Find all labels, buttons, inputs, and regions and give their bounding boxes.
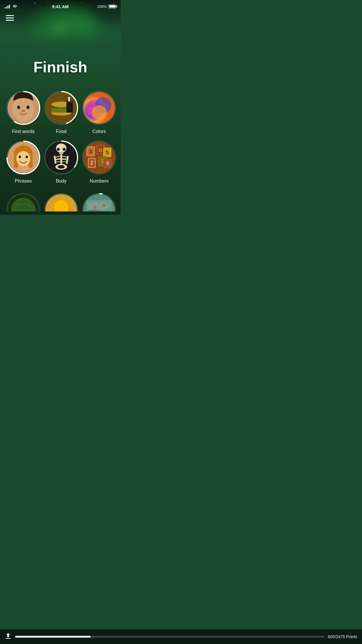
- svg-point-18: [19, 106, 20, 108]
- svg-point-45: [16, 151, 30, 166]
- first-words-circle: [6, 90, 41, 125]
- svg-point-94: [94, 207, 96, 208]
- signal-bar-1: [5, 7, 6, 8]
- colors-image: [83, 92, 115, 124]
- svg-point-15: [12, 97, 34, 122]
- colors-circle: [82, 90, 117, 125]
- svg-point-47: [26, 156, 28, 158]
- signal-strength: [5, 4, 10, 8]
- svg-text:2: 2: [90, 160, 93, 166]
- food-circle: [44, 90, 79, 125]
- first-words-image: [8, 92, 39, 124]
- category-numbers[interactable]: 3 B S 2 1: [82, 140, 117, 184]
- numbers-label: Numbers: [90, 178, 109, 184]
- category-food[interactable]: Food: [44, 90, 79, 134]
- phrases-label: Phrases: [15, 178, 32, 184]
- menu-line-1: [6, 15, 14, 16]
- svg-point-20: [22, 110, 25, 112]
- wifi-icon: [13, 4, 17, 9]
- signal-bar-2: [6, 6, 7, 8]
- svg-point-46: [19, 156, 21, 158]
- svg-point-36: [92, 105, 106, 120]
- categories-grid: First words: [0, 82, 121, 190]
- body-circle: [44, 140, 79, 175]
- svg-point-19: [28, 106, 29, 108]
- category-phrases[interactable]: Phrases: [6, 140, 41, 184]
- menu-line-3: [6, 20, 14, 21]
- svg-text:3: 3: [89, 149, 92, 155]
- status-right: 100%: [97, 4, 116, 9]
- numbers-circle: 3 B S 2 1: [82, 140, 117, 175]
- status-left: [5, 4, 17, 9]
- svg-text:B: B: [99, 147, 103, 153]
- signal-bar-3: [8, 6, 8, 8]
- battery-fill: [109, 5, 115, 8]
- svg-rect-31: [68, 97, 70, 102]
- category-first-words[interactable]: First words: [6, 90, 41, 134]
- svg-point-96: [103, 205, 104, 206]
- battery-percentage: 100%: [97, 4, 107, 9]
- svg-point-53: [63, 148, 66, 151]
- phrases-image: [8, 142, 39, 173]
- food-label: Food: [56, 129, 66, 134]
- partial-category-1[interactable]: [6, 192, 41, 211]
- first-words-label: First words: [12, 129, 35, 134]
- svg-point-57: [58, 165, 65, 169]
- app-screen: 9:41 AM 100% Finnish: [0, 0, 121, 215]
- category-body[interactable]: Body: [44, 140, 79, 184]
- main-content[interactable]: Finnish: [0, 0, 121, 215]
- svg-text:1: 1: [101, 158, 104, 164]
- body-image: [45, 142, 77, 173]
- menu-line-2: [6, 18, 14, 18]
- status-bar: 9:41 AM 100%: [0, 0, 121, 13]
- colors-label: Colors: [92, 129, 106, 134]
- status-time: 9:41 AM: [52, 4, 69, 9]
- numbers-image: 3 B S 2 1: [83, 142, 115, 173]
- svg-point-52: [57, 148, 60, 151]
- svg-text:0: 0: [107, 161, 109, 166]
- body-label: Body: [56, 178, 66, 184]
- svg-rect-54: [59, 152, 63, 154]
- category-colors[interactable]: Colors: [82, 90, 117, 134]
- battery-icon: [108, 5, 116, 8]
- partial-category-3[interactable]: [82, 192, 117, 211]
- svg-point-17: [27, 106, 29, 109]
- partial-category-2[interactable]: [44, 192, 79, 211]
- signal-bar-4: [9, 5, 10, 8]
- partial-categories-row: [0, 190, 121, 215]
- menu-button[interactable]: [6, 15, 14, 21]
- svg-text:S: S: [106, 150, 109, 155]
- svg-point-16: [17, 106, 20, 109]
- food-image: [45, 92, 77, 124]
- phrases-circle: [6, 140, 41, 175]
- language-title: Finnish: [34, 58, 87, 76]
